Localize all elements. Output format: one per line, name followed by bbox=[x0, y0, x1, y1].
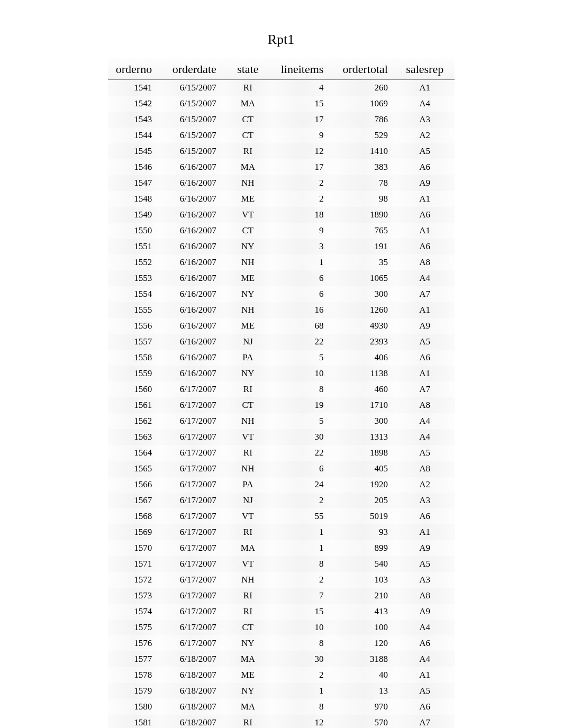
cell-state: RI bbox=[224, 604, 272, 620]
table-row: 15566/16/2007ME684930A9 bbox=[108, 318, 455, 334]
table-row: 15746/17/2007RI15413A9 bbox=[108, 604, 455, 620]
cell-ordertotal: 1260 bbox=[331, 302, 395, 318]
cell-orderno: 1546 bbox=[108, 159, 160, 175]
cell-lineitems: 6 bbox=[272, 286, 331, 302]
cell-state: NY bbox=[224, 286, 272, 302]
cell-ordertotal: 540 bbox=[331, 556, 395, 572]
cell-lineitems: 1 bbox=[272, 540, 331, 556]
cell-salesrep: A5 bbox=[395, 143, 455, 159]
cell-orderdate: 6/16/2007 bbox=[159, 239, 224, 254]
table-header-row: orderno orderdate state lineitems ordert… bbox=[108, 58, 455, 80]
cell-orderdate: 6/17/2007 bbox=[159, 413, 224, 429]
cell-orderno: 1552 bbox=[108, 254, 160, 270]
cell-state: RI bbox=[224, 80, 272, 96]
cell-salesrep: A9 bbox=[395, 604, 455, 620]
cell-orderdate: 6/18/2007 bbox=[159, 699, 224, 715]
cell-lineitems: 8 bbox=[272, 381, 331, 397]
cell-orderdate: 6/15/2007 bbox=[159, 128, 224, 143]
cell-state: NY bbox=[224, 366, 272, 381]
table-row: 15756/17/2007CT10100A4 bbox=[108, 620, 455, 635]
cell-ordertotal: 1065 bbox=[331, 270, 395, 286]
table-row: 15476/16/2007NH278A9 bbox=[108, 175, 455, 191]
cell-ordertotal: 300 bbox=[331, 413, 395, 429]
cell-state: RI bbox=[224, 143, 272, 159]
cell-lineitems: 12 bbox=[272, 143, 331, 159]
col-header-orderno: orderno bbox=[108, 58, 160, 80]
cell-ordertotal: 460 bbox=[331, 381, 395, 397]
col-header-orderdate: orderdate bbox=[159, 58, 224, 80]
cell-state: PA bbox=[224, 477, 272, 493]
cell-orderdate: 6/16/2007 bbox=[159, 334, 224, 350]
cell-orderdate: 6/17/2007 bbox=[159, 572, 224, 588]
cell-orderno: 1551 bbox=[108, 239, 160, 254]
cell-state: MA bbox=[224, 96, 272, 112]
cell-lineitems: 6 bbox=[272, 270, 331, 286]
cell-orderno: 1566 bbox=[108, 477, 160, 493]
cell-orderno: 1580 bbox=[108, 699, 160, 715]
cell-lineitems: 55 bbox=[272, 508, 331, 524]
cell-ordertotal: 100 bbox=[331, 620, 395, 635]
cell-ordertotal: 970 bbox=[331, 699, 395, 715]
table-row: 15726/17/2007NH2103A3 bbox=[108, 572, 455, 588]
cell-state: PA bbox=[224, 350, 272, 366]
cell-salesrep: A4 bbox=[395, 620, 455, 635]
cell-lineitems: 8 bbox=[272, 635, 331, 651]
cell-orderdate: 6/16/2007 bbox=[159, 223, 224, 239]
cell-salesrep: A5 bbox=[395, 334, 455, 350]
cell-ordertotal: 191 bbox=[331, 239, 395, 254]
cell-orderdate: 6/16/2007 bbox=[159, 302, 224, 318]
cell-ordertotal: 1710 bbox=[331, 397, 395, 413]
cell-lineitems: 6 bbox=[272, 461, 331, 477]
cell-ordertotal: 93 bbox=[331, 524, 395, 540]
table-row: 15426/15/2007MA151069A4 bbox=[108, 96, 455, 112]
cell-lineitems: 30 bbox=[272, 651, 331, 667]
cell-salesrep: A2 bbox=[395, 477, 455, 493]
cell-ordertotal: 210 bbox=[331, 588, 395, 604]
cell-state: ME bbox=[224, 318, 272, 334]
cell-ordertotal: 529 bbox=[331, 128, 395, 143]
cell-orderdate: 6/16/2007 bbox=[159, 191, 224, 207]
cell-salesrep: A7 bbox=[395, 286, 455, 302]
table-row: 15696/17/2007RI193A1 bbox=[108, 524, 455, 540]
cell-orderdate: 6/17/2007 bbox=[159, 620, 224, 635]
cell-salesrep: A1 bbox=[395, 667, 455, 683]
cell-orderno: 1564 bbox=[108, 445, 160, 461]
cell-ordertotal: 300 bbox=[331, 286, 395, 302]
cell-orderdate: 6/17/2007 bbox=[159, 445, 224, 461]
cell-salesrep: A6 bbox=[395, 699, 455, 715]
cell-lineitems: 2 bbox=[272, 493, 331, 508]
cell-state: CT bbox=[224, 223, 272, 239]
table-row: 15616/17/2007CT191710A8 bbox=[108, 397, 455, 413]
cell-ordertotal: 35 bbox=[331, 254, 395, 270]
cell-lineitems: 1 bbox=[272, 683, 331, 699]
cell-orderdate: 6/15/2007 bbox=[159, 112, 224, 128]
cell-ordertotal: 1890 bbox=[331, 207, 395, 223]
cell-orderno: 1556 bbox=[108, 318, 160, 334]
table-row: 15586/16/2007PA5406A6 bbox=[108, 350, 455, 366]
table-row: 15526/16/2007NH135A8 bbox=[108, 254, 455, 270]
cell-orderdate: 6/17/2007 bbox=[159, 493, 224, 508]
cell-orderdate: 6/17/2007 bbox=[159, 524, 224, 540]
report-table: orderno orderdate state lineitems ordert… bbox=[108, 58, 455, 728]
cell-lineitems: 8 bbox=[272, 699, 331, 715]
table-row: 15646/17/2007RI221898A5 bbox=[108, 445, 455, 461]
cell-orderdate: 6/16/2007 bbox=[159, 254, 224, 270]
table-row: 15676/17/2007NJ2205A3 bbox=[108, 493, 455, 508]
cell-orderdate: 6/17/2007 bbox=[159, 397, 224, 413]
cell-state: MA bbox=[224, 699, 272, 715]
cell-salesrep: A7 bbox=[395, 381, 455, 397]
cell-state: NH bbox=[224, 254, 272, 270]
cell-state: RI bbox=[224, 524, 272, 540]
cell-lineitems: 15 bbox=[272, 604, 331, 620]
cell-state: MA bbox=[224, 540, 272, 556]
cell-state: MA bbox=[224, 651, 272, 667]
table-body: 15416/15/2007RI4260A115426/15/2007MA1510… bbox=[108, 80, 455, 729]
cell-salesrep: A4 bbox=[395, 429, 455, 445]
cell-orderno: 1576 bbox=[108, 635, 160, 651]
cell-salesrep: A6 bbox=[395, 239, 455, 254]
cell-ordertotal: 78 bbox=[331, 175, 395, 191]
cell-salesrep: A6 bbox=[395, 159, 455, 175]
cell-ordertotal: 765 bbox=[331, 223, 395, 239]
cell-state: VT bbox=[224, 556, 272, 572]
cell-state: NY bbox=[224, 683, 272, 699]
